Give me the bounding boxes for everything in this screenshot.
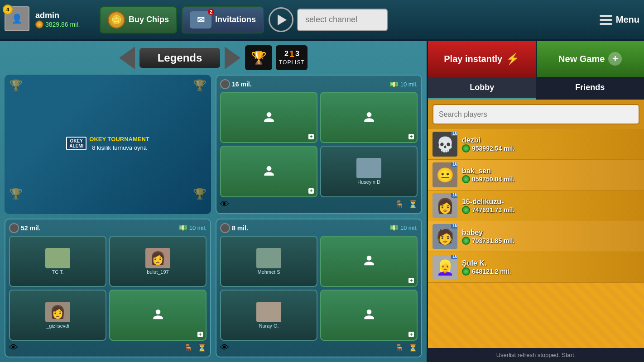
player-chips-sule: 648121.2 mil. <box>462 267 639 276</box>
watch-icon-3[interactable]: 👁 <box>220 343 229 353</box>
play-circle-icon <box>269 7 293 32</box>
buy-chips-button[interactable]: 🪙 Buy Chips <box>100 6 177 33</box>
room-3-seat-2[interactable]: Nuray O. <box>220 290 317 341</box>
chips-val-sule: 648121.2 mil. <box>472 268 511 275</box>
new-game-button[interactable]: New Game + <box>537 41 644 77</box>
room-3-seat-3[interactable]: + <box>320 290 418 341</box>
timer-icon-1[interactable]: ⏳ <box>409 200 418 209</box>
invitations-label: Invitations <box>215 15 256 24</box>
bet-chip-icon <box>220 79 230 89</box>
player-info-babey: babey 703731.85 mil. <box>462 229 639 245</box>
room-2-seat-2[interactable]: 👩 _gizlisevdi <box>9 290 106 341</box>
tab-lobby[interactable]: Lobby <box>428 77 536 100</box>
status-bar: Userlist refresh stopped. Start. <box>428 348 644 362</box>
player-name-16deli: 16-delikuzu- <box>462 198 639 206</box>
room-card-2[interactable]: 52 mil. 💵 10 mil. TC T. 👩 bulut_197 <box>5 219 211 358</box>
player-name-bulut: bulut_197 <box>147 269 168 275</box>
room-1-seat-2[interactable]: + <box>220 146 317 197</box>
room-1-seat-3[interactable]: Huseyin D <box>320 146 418 197</box>
select-channel-button[interactable] <box>269 6 388 33</box>
room-2-bet-value: 52 mil. <box>21 224 41 232</box>
player-item-4[interactable]: 👱‍♀️ 10 Şule K. 648121.2 mil. <box>428 252 644 283</box>
tab-lobby-label: Lobby <box>470 83 494 92</box>
chairs-icon-1[interactable]: 🪑 <box>395 200 404 209</box>
chip-icon-babey <box>462 237 470 245</box>
player-photo-mehmet <box>256 248 281 268</box>
toplist-button[interactable]: 2 1 3 TOPLIST <box>276 45 308 70</box>
room-3-footer: 👁 🪑 ⏳ <box>220 343 418 353</box>
player-avatar-babey: 🧑 10 <box>433 224 457 249</box>
player-item-2[interactable]: 👩 10 16-delikuzu- 747691.73 mil. <box>428 191 644 221</box>
player-level-dezbi: 10 <box>451 132 457 136</box>
room-1-footer-icons: 🪑 ⏳ <box>395 200 418 209</box>
svg-point-3 <box>155 310 160 314</box>
tab-friends[interactable]: Friends <box>536 77 644 100</box>
timer-icon-3[interactable]: ⏳ <box>409 343 418 352</box>
plus-icon: + <box>608 52 622 66</box>
player-avatar-16deli: 👩 10 <box>433 193 457 218</box>
room-2-seat-0[interactable]: TC T. <box>9 236 106 287</box>
chip-icon <box>35 20 43 29</box>
player-info-16deli: 16-delikuzu- 747691.73 mil. <box>462 198 639 214</box>
menu-button[interactable]: Menu <box>600 6 639 33</box>
lobby-tabs: Lobby Friends <box>428 77 644 100</box>
chips-val-baksen: 859750.84 mil. <box>472 176 514 183</box>
chairs-icon-3[interactable]: 🪑 <box>395 343 404 352</box>
add-seat-icon-3: + <box>197 332 203 337</box>
room-3-seat-1[interactable]: + <box>320 236 418 287</box>
trophy-icon-button[interactable]: 🏆 <box>245 45 272 70</box>
channel-input[interactable] <box>297 9 388 31</box>
category-prev-button[interactable] <box>119 47 135 69</box>
room-1-seat-1[interactable]: + <box>320 92 418 143</box>
trophy-deco-bl: 🏆 <box>9 188 23 200</box>
watch-icon-2[interactable]: 👁 <box>9 343 18 353</box>
hamburger-line-3 <box>600 23 612 25</box>
player-level-babey: 10 <box>451 224 457 229</box>
player-photo-gizli: 👩 <box>45 302 70 322</box>
room-card-1[interactable]: 16 mil. 💵 10 mil. + + <box>216 75 422 214</box>
category-bar: Legends 🏆 2 1 3 TOPLIST <box>5 45 422 70</box>
category-next-button[interactable] <box>225 47 240 69</box>
room-1-seat-0[interactable]: + <box>220 92 317 143</box>
room-3-seat-0[interactable]: Mehmet S <box>220 236 317 287</box>
trophy-deco-tr: 🏆 <box>193 79 207 92</box>
svg-point-5 <box>366 310 371 314</box>
player-photo-tc <box>45 248 70 268</box>
tournament-title: OKEY TOURNAMENT <box>89 136 149 143</box>
room-card-3[interactable]: 8 mil. 💵 10 mil. Mehmet S + <box>216 219 422 358</box>
room-2-min-value: 10 mil. <box>189 224 207 231</box>
tab-friends-label: Friends <box>575 83 605 92</box>
category-name: Legends <box>139 48 221 68</box>
player-chips-dezbi: 953992.54 mil. <box>462 144 639 152</box>
player-name-huseyin: Huseyin D <box>357 179 380 185</box>
money-icon-1: 💵 <box>389 80 399 89</box>
player-avatar-sule: 👱‍♀️ 10 <box>433 255 457 280</box>
watch-icon-1[interactable]: 👁 <box>220 199 229 210</box>
search-bar <box>428 100 644 129</box>
add-seat-icon-4: + <box>409 278 414 283</box>
room-2-min-bet: 💵 10 mil. <box>178 224 207 232</box>
player-level-baksen: 10 <box>451 162 457 167</box>
player-name-sule: Şule K. <box>462 259 639 267</box>
room-3-min-value: 10 mil. <box>400 224 418 231</box>
play-instantly-button[interactable]: Play instantly ⚡ <box>428 41 537 77</box>
invitations-button[interactable]: ✉ 2 Invitations <box>182 6 264 33</box>
player-item-0[interactable]: 💀 10 dezbi 953992.54 mil. <box>428 129 644 160</box>
tournament-room-card[interactable]: 🏆 🏆 🏆 🏆 OKEYALEMI OKEY TOURNAMENT 8 kişi… <box>5 75 211 214</box>
player-item-3[interactable]: 🧑 10 babey 703731.85 mil. <box>428 221 644 252</box>
add-seat-icon-1: + <box>409 134 414 139</box>
player-chips-babey: 703731.85 mil. <box>462 237 639 245</box>
toplist-text: TOPLIST <box>279 59 305 66</box>
search-input[interactable] <box>433 104 639 124</box>
chairs-icon-2[interactable]: 🪑 <box>184 343 193 352</box>
hamburger-line-1 <box>600 15 612 17</box>
player-name-mehmet: Mehmet S <box>257 269 280 275</box>
lightning-icon: ⚡ <box>506 52 519 65</box>
player-item-1[interactable]: 😐 10 bak_sen 859750.84 mil. <box>428 160 644 191</box>
room-2-seat-1[interactable]: 👩 bulut_197 <box>109 236 207 287</box>
user-info: 👤 4 admin 3829.86 mil. <box>5 6 95 33</box>
timer-icon-2[interactable]: ⏳ <box>197 343 207 352</box>
room-2-seat-3[interactable]: + <box>109 290 207 341</box>
toplist-num-3: 3 <box>295 50 299 59</box>
toplist-num-2: 1 <box>289 49 294 59</box>
